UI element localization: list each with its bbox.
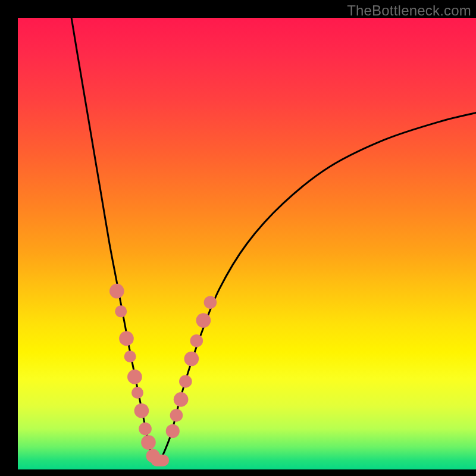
chart-frame: TheBottleneck.com	[0, 0, 476, 476]
plot-area	[18, 18, 476, 469]
watermark-label: TheBottleneck.com	[347, 2, 471, 19]
